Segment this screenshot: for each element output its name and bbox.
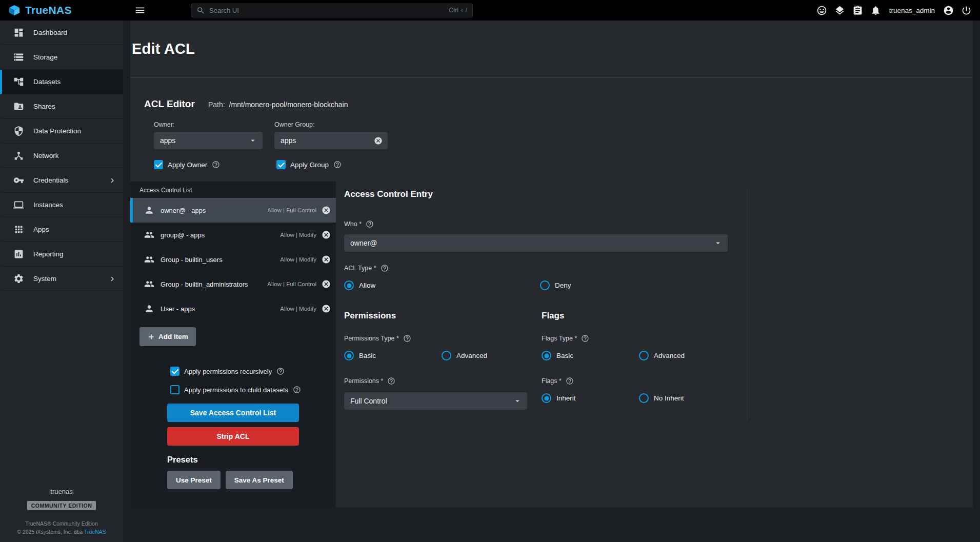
help-icon[interactable] <box>293 386 301 394</box>
save-as-preset-button[interactable]: Save As Preset <box>226 471 293 489</box>
remove-entry-button[interactable] <box>322 279 331 289</box>
clear-icon <box>374 136 383 145</box>
entry-permissions: Allow | Modify <box>280 306 316 312</box>
dashboard-icon <box>13 27 24 38</box>
people-icon <box>144 230 154 240</box>
search-input[interactable] <box>209 7 445 14</box>
cancel-icon <box>322 206 331 215</box>
dropdown-caret-icon <box>248 136 257 145</box>
chevron-right-icon <box>108 176 117 185</box>
acl-entry-row[interactable]: group@ - apps Allow | Modify <box>130 223 336 247</box>
jobs-button[interactable] <box>834 5 845 16</box>
truenas-logo[interactable]: TrueNAS <box>0 4 123 16</box>
help-icon[interactable] <box>581 334 589 343</box>
remove-entry-button[interactable] <box>322 255 331 264</box>
clear-owner-group-button[interactable] <box>374 136 383 145</box>
inherit-radio[interactable] <box>542 393 551 403</box>
people-icon <box>144 279 154 289</box>
acl-entry-row[interactable]: owner@ - apps Allow | Full Control <box>130 198 336 223</box>
apply-owner-checkbox[interactable] <box>154 160 163 169</box>
feedback-button[interactable] <box>816 5 827 16</box>
permissions-label-row: Permissions * <box>344 377 542 385</box>
truenas-link[interactable]: TrueNAS <box>84 529 106 535</box>
user-circle-icon <box>943 5 954 16</box>
help-icon[interactable] <box>276 367 285 375</box>
bell-icon <box>870 5 881 16</box>
help-icon[interactable] <box>212 160 220 169</box>
path-value: /mnt/monero-pool/monero-blockchain <box>229 101 348 109</box>
sidebar-item-storage[interactable]: Storage <box>0 45 123 70</box>
child-datasets-label: Apply permissions to child datasets <box>184 386 288 394</box>
sidebar-item-datasets[interactable]: Datasets <box>0 70 123 94</box>
flags-section: Flags Flags Type * B <box>542 311 747 410</box>
permissions-basic-radio[interactable] <box>344 351 354 360</box>
flags-title: Flags <box>542 311 747 321</box>
chevron-right-icon <box>108 274 117 284</box>
cancel-icon <box>322 304 331 313</box>
help-icon[interactable] <box>366 220 374 228</box>
permissions-select[interactable]: Full Control <box>344 392 527 410</box>
acl-entry-row[interactable]: Group - builtin_users Allow | Modify <box>130 247 336 272</box>
power-button[interactable] <box>961 5 972 16</box>
sidebar-item-label: Dashboard <box>33 29 67 36</box>
permissions-advanced-option: Advanced <box>442 351 487 360</box>
deny-radio[interactable] <box>540 280 550 290</box>
flags-advanced-radio[interactable] <box>639 351 649 360</box>
remove-entry-button[interactable] <box>322 206 331 215</box>
entry-permissions: Allow | Full Control <box>267 207 316 213</box>
selected-indicator <box>130 223 133 247</box>
username[interactable]: truenas_admin <box>889 7 935 14</box>
remove-entry-button[interactable] <box>322 304 331 313</box>
permissions-title: Permissions <box>344 311 542 321</box>
use-preset-button[interactable]: Use Preset <box>167 471 221 489</box>
alerts-button[interactable] <box>870 5 881 16</box>
layers-icon <box>834 5 845 16</box>
menu-toggle-button[interactable] <box>134 5 146 16</box>
sidebar-item-instances[interactable]: Instances <box>0 193 123 217</box>
flags-basic-radio[interactable] <box>542 351 551 360</box>
search-bar: Ctrl + / <box>191 4 473 17</box>
remove-entry-button[interactable] <box>322 230 331 239</box>
owner-fields: Owner: apps Owner Group: apps <box>154 121 973 149</box>
sidebar-item-reporting[interactable]: Reporting <box>0 242 123 267</box>
child-datasets-checkbox[interactable] <box>170 385 179 394</box>
sidebar-item-shares[interactable]: Shares <box>0 94 123 119</box>
add-item-label: Add Item <box>158 333 188 340</box>
edit-acl-card: Edit ACL ACL Editor Path: /mnt/monero-po… <box>130 21 973 507</box>
sidebar-item-system[interactable]: System <box>0 267 123 291</box>
help-icon[interactable] <box>333 160 342 169</box>
sidebar-item-dashboard[interactable]: Dashboard <box>0 21 123 45</box>
save-acl-button[interactable]: Save Access Control List <box>167 404 299 422</box>
sidebar-item-data-protection[interactable]: Data Protection <box>0 119 123 144</box>
help-icon[interactable] <box>403 334 411 343</box>
help-icon[interactable] <box>566 377 574 385</box>
sidebar-item-apps[interactable]: Apps <box>0 217 123 242</box>
owner-group-input[interactable]: apps <box>274 132 388 149</box>
who-select[interactable]: owner@ <box>344 234 728 252</box>
entry-name: Group - builtin_users <box>161 256 223 264</box>
acl-entry-row[interactable]: User - apps Allow | Modify <box>130 296 336 321</box>
user-menu-button[interactable] <box>943 5 954 16</box>
help-icon[interactable] <box>387 377 395 385</box>
allow-radio[interactable] <box>344 280 354 290</box>
help-icon[interactable] <box>381 264 389 272</box>
strip-acl-button[interactable]: Strip ACL <box>167 427 299 446</box>
owner-select[interactable]: apps <box>154 132 263 149</box>
acl-list-title: Access Control List <box>130 182 336 198</box>
child-datasets-field: Apply permissions to child datasets <box>170 385 327 394</box>
allow-option: Allow <box>344 280 540 290</box>
owner-group-field: Owner Group: apps <box>274 121 388 149</box>
tasks-button[interactable] <box>852 5 863 16</box>
deny-label: Deny <box>555 282 571 289</box>
presets-title: Presets <box>167 455 327 465</box>
entry-name: group@ - apps <box>161 231 205 239</box>
no-inherit-radio[interactable] <box>639 393 649 403</box>
add-item-button[interactable]: Add Item <box>139 327 196 346</box>
permissions-advanced-radio[interactable] <box>442 351 451 360</box>
sidebar-item-credentials[interactable]: Credentials <box>0 168 123 193</box>
acl-entry-row[interactable]: Group - builtin_administrators Allow | F… <box>130 272 336 296</box>
path-label: Path: <box>208 101 225 109</box>
apply-group-checkbox[interactable] <box>276 160 286 169</box>
sidebar-item-network[interactable]: Network <box>0 144 123 168</box>
recursive-checkbox[interactable] <box>170 367 179 376</box>
